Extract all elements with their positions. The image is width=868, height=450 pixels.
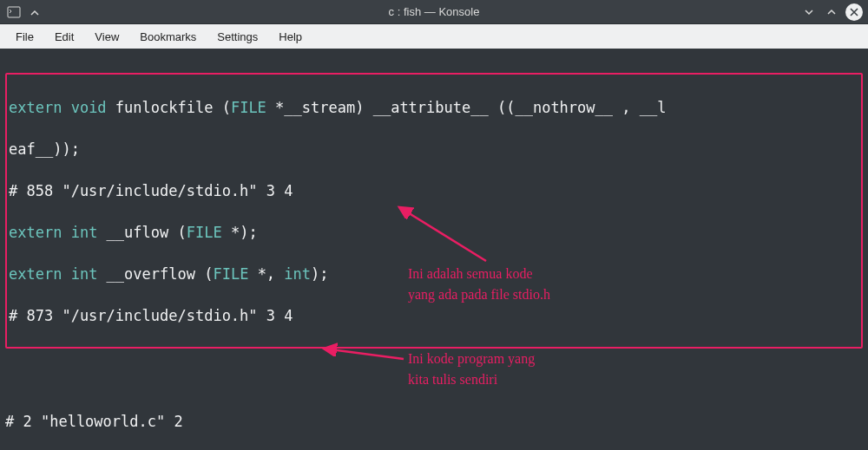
menu-edit[interactable]: Edit: [46, 28, 82, 46]
code-text: *__stream) __attribute__ ((__nothrow__ ,…: [266, 99, 667, 116]
code-type: int: [62, 224, 97, 241]
titlebar-left-controls: [0, 3, 43, 21]
term-line: extern void funlockfile (FILE *__stream)…: [9, 97, 859, 118]
app-icon[interactable]: [5, 3, 23, 21]
menu-view[interactable]: View: [86, 28, 128, 46]
menu-settings[interactable]: Settings: [208, 28, 266, 46]
term-line: # 2 "helloworld.c" 2: [5, 411, 863, 432]
menu-file[interactable]: File: [7, 28, 43, 46]
code-type: FILE: [187, 224, 222, 241]
terminal[interactable]: extern void funlockfile (FILE *__stream)…: [0, 49, 868, 450]
term-line: # 858 "/usr/include/stdio.h" 3 4: [9, 180, 859, 201]
arrow-2: [317, 342, 412, 368]
menu-bookmarks[interactable]: Bookmarks: [131, 28, 205, 46]
code-text: *,: [248, 265, 284, 283]
code-type: int: [62, 265, 97, 283]
code-text: *);: [222, 224, 258, 241]
close-button[interactable]: [845, 3, 863, 21]
svg-line-2: [324, 349, 404, 359]
window-title: c : fish — Konsole: [0, 5, 868, 18]
code-keyword: extern: [9, 224, 62, 241]
annotation-2: Ini kode program yang kita tulis sendiri: [408, 349, 535, 390]
svg-rect-0: [8, 7, 20, 17]
code-keyword: extern: [9, 99, 62, 116]
annotation-1: Ini adalah semua kode yang ada pada file…: [408, 264, 550, 305]
code-type: FILE: [231, 99, 266, 116]
code-text: funlockfile (: [107, 99, 231, 116]
code-text: __uflow (: [97, 224, 186, 241]
code-text: );: [311, 265, 328, 283]
menu-help[interactable]: Help: [270, 28, 311, 46]
code-text: __overflow (: [97, 265, 213, 283]
code-type: void: [62, 99, 106, 116]
term-line: # 873 "/usr/include/stdio.h" 3 4: [9, 305, 859, 326]
arrow-1: [386, 200, 499, 270]
svg-line-1: [399, 207, 486, 261]
code-keyword: extern: [9, 265, 62, 283]
minimize-button[interactable]: [800, 3, 818, 21]
code-type: FILE: [213, 265, 248, 283]
menubar: File Edit View Bookmarks Settings Help: [0, 24, 868, 49]
maximize-button[interactable]: [823, 3, 840, 21]
pin-icon[interactable]: [26, 3, 43, 21]
code-type: int: [284, 265, 311, 283]
titlebar: c : fish — Konsole: [0, 0, 868, 24]
titlebar-right-controls: [800, 3, 868, 21]
term-line: eaf__));: [9, 139, 859, 160]
